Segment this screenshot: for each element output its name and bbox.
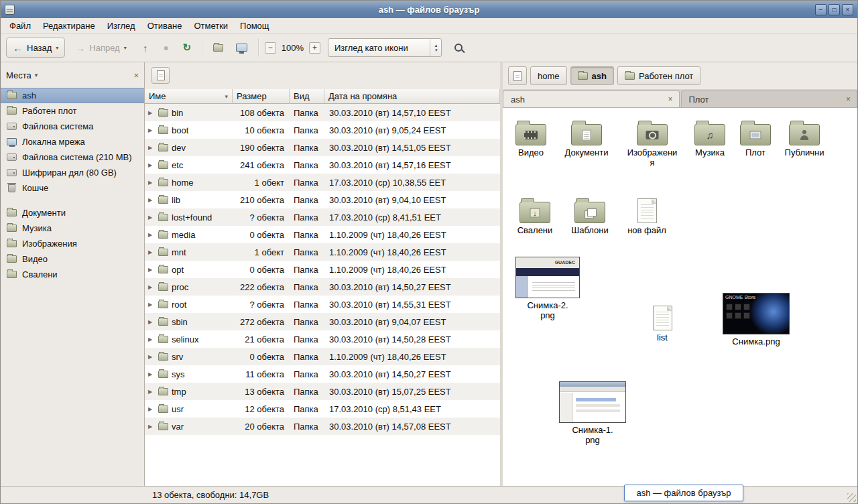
table-row[interactable]: ▶selinux21 обектаПапка30.03.2010 (вт) 14… — [145, 330, 500, 348]
sidebar-item-6[interactable]: Кошче — [1, 180, 144, 196]
expander-icon[interactable]: ▶ — [148, 145, 155, 151]
expander-icon[interactable]: ▶ — [148, 302, 155, 308]
table-row[interactable]: ▶tmp13 обектаПапка30.03.2010 (вт) 15,07,… — [145, 383, 500, 400]
sidebar-item-4[interactable]: Файлова система (210 MB) — [1, 149, 144, 165]
back-button[interactable]: ← Назад ▾ — [6, 38, 65, 58]
icon-item-12[interactable]: Снимка-1.png — [559, 381, 626, 445]
tab-close-icon[interactable]: × — [846, 94, 851, 104]
expander-icon[interactable]: ▶ — [148, 424, 155, 430]
forward-button[interactable]: → Напред ▾ — [68, 38, 133, 58]
table-row[interactable]: ▶etc241 обектаПапка30.03.2010 (вт) 14,57… — [145, 156, 500, 174]
sidebar-item-11[interactable]: Свалени — [1, 267, 144, 282]
sidebar-title[interactable]: Места — [6, 70, 32, 80]
up-icon[interactable]: ↑ — [137, 38, 154, 58]
column-header-2[interactable]: Вид — [290, 89, 324, 104]
table-row[interactable]: ▶lib210 обектаПапка30.03.2010 (вт) 9,04,… — [145, 191, 500, 208]
tab-close-icon[interactable]: × — [668, 94, 672, 104]
expander-icon[interactable]: ▶ — [148, 389, 155, 395]
taskbar-window-button[interactable]: ash — файлов браузър — [624, 485, 743, 501]
tab-0[interactable]: ash× — [503, 90, 680, 107]
table-row[interactable]: ▶var20 обектаПапка30.03.2010 (вт) 14,57,… — [145, 418, 500, 435]
table-row[interactable]: ▶bin108 обектаПапка30.03.2010 (вт) 14,57… — [145, 104, 500, 121]
table-row[interactable]: ▶mnt1 обектПапка1.10.2009 (чт) 18,40,26 … — [145, 243, 500, 261]
table-row[interactable]: ▶dev190 обектаПапка30.03.2010 (вт) 14,51… — [145, 139, 500, 156]
icon-item-8[interactable]: нов файл — [620, 194, 674, 235]
sidebar-item-10[interactable]: Видео — [1, 251, 144, 267]
expander-icon[interactable]: ▶ — [148, 336, 155, 342]
menu-item-1[interactable]: Редактиране — [37, 19, 101, 32]
back-dropdown-icon[interactable]: ▾ — [56, 45, 58, 51]
sidebar-item-3[interactable]: Локална мрежа — [1, 134, 144, 149]
minimize-icon[interactable]: − — [815, 4, 826, 15]
sidebar-item-0[interactable]: ash — [1, 88, 144, 103]
table-row[interactable]: ▶lost+found? обектаПапка17.03.2010 (ср) … — [145, 208, 500, 226]
table-row[interactable]: ▶sys11 обектаПапка30.03.2010 (вт) 14,50,… — [145, 365, 500, 383]
icon-item-9[interactable]: GUADECСнимка-2.png — [515, 257, 580, 320]
table-row[interactable]: ▶media0 обектаПапка1.10.2009 (чт) 18,40,… — [145, 226, 500, 243]
column-header-0[interactable]: Име▾ — [145, 89, 233, 104]
expander-icon[interactable]: ▶ — [148, 406, 155, 412]
computer-button[interactable] — [232, 38, 252, 58]
menu-item-5[interactable]: Помощ — [234, 19, 275, 32]
column-header-1[interactable]: Размер — [233, 89, 290, 104]
table-row[interactable]: ▶home1 обектПапка17.03.2010 (ср) 10,38,5… — [145, 174, 500, 191]
zoom-in-button[interactable]: + — [309, 42, 320, 54]
expander-icon[interactable]: ▶ — [148, 127, 155, 133]
sidebar-item-9[interactable]: Изображения — [1, 236, 144, 251]
view-mode-select[interactable]: Изглед като икони ▴▾ — [328, 38, 442, 57]
search-button[interactable] — [448, 38, 469, 58]
table-row[interactable]: ▶sbin272 обектаПапка30.03.2010 (вт) 9,04… — [145, 313, 500, 330]
maximize-icon[interactable]: □ — [829, 4, 840, 15]
icon-item-5[interactable]: Публични — [778, 116, 831, 158]
expander-icon[interactable]: ▶ — [148, 284, 155, 290]
menu-item-0[interactable]: Файл — [3, 19, 37, 32]
icon-item-4[interactable]: Плот — [729, 116, 782, 158]
expander-icon[interactable]: ▶ — [148, 371, 155, 377]
expander-icon[interactable]: ▶ — [148, 180, 155, 186]
menu-item-4[interactable]: Отметки — [188, 19, 234, 32]
sidebar-item-5[interactable]: Шифриран дял (80 GB) — [1, 165, 144, 180]
table-row[interactable]: ▶usr12 обектаПапка17.03.2010 (ср) 8,51,4… — [145, 400, 500, 418]
expander-icon[interactable]: ▶ — [148, 214, 155, 220]
sidebar-item-label: Локална мрежа — [22, 137, 85, 147]
column-header-3[interactable]: Дата на промяна — [324, 89, 500, 104]
sidebar-close-icon[interactable]: × — [133, 70, 139, 80]
icon-item-1[interactable]: Документи — [560, 116, 613, 158]
table-row[interactable]: ▶root? обектаПапка30.03.2010 (вт) 14,55,… — [145, 296, 500, 313]
pathbar-button-1[interactable]: ash — [570, 66, 614, 85]
expander-icon[interactable]: ▶ — [148, 162, 155, 168]
icon-item-10[interactable]: list — [635, 301, 689, 342]
pathbar-button-2[interactable]: Работен плот — [617, 66, 700, 85]
expander-icon[interactable]: ▶ — [148, 232, 155, 238]
table-row[interactable]: ▶opt0 обектаПапка1.10.2009 (чт) 18,40,26… — [145, 261, 500, 278]
reload-icon[interactable]: ↻ — [178, 38, 196, 58]
sidebar-item-8[interactable]: Музика — [1, 220, 144, 236]
home-folder-button[interactable] — [208, 38, 229, 58]
resize-grip[interactable] — [847, 493, 856, 502]
pathbar-button-0[interactable]: home — [530, 66, 567, 85]
expander-icon[interactable]: ▶ — [148, 354, 155, 360]
zoom-out-button[interactable]: − — [265, 42, 276, 54]
menu-item-3[interactable]: Отиване — [141, 19, 188, 32]
table-row[interactable]: ▶proc222 обектаПапка30.03.2010 (вт) 14,5… — [145, 278, 500, 296]
sidebar-item-2[interactable]: Файлова система — [1, 119, 144, 134]
tab-1[interactable]: Плот× — [681, 90, 858, 107]
pane-location-button[interactable] — [151, 67, 170, 84]
expander-icon[interactable]: ▶ — [148, 197, 155, 203]
icon-item-0[interactable]: Видео — [504, 116, 558, 158]
icon-item-2[interactable]: Изображения — [625, 116, 679, 168]
menu-item-2[interactable]: Изглед — [101, 19, 141, 32]
icon-item-6[interactable]: ↓Свалени — [508, 194, 562, 235]
table-row[interactable]: ▶srv0 обектаПапка1.10.2009 (чт) 18,40,26… — [145, 348, 500, 365]
table-row[interactable]: ▶boot10 обектаПапка30.03.2010 (вт) 9,05,… — [145, 121, 500, 139]
expander-icon[interactable]: ▶ — [148, 267, 155, 273]
close-icon[interactable]: × — [842, 4, 853, 15]
pathbar-root-button[interactable] — [508, 66, 527, 85]
expander-icon[interactable]: ▶ — [148, 319, 155, 325]
sidebar-item-7[interactable]: Документи — [1, 205, 144, 220]
sidebar-item-1[interactable]: Работен плот — [1, 103, 144, 119]
icon-item-11[interactable]: GNOME StoreСнимка.png — [719, 293, 794, 346]
expander-icon[interactable]: ▶ — [148, 110, 155, 116]
expander-icon[interactable]: ▶ — [148, 249, 155, 255]
icon-item-7[interactable]: Шаблони — [563, 194, 617, 235]
